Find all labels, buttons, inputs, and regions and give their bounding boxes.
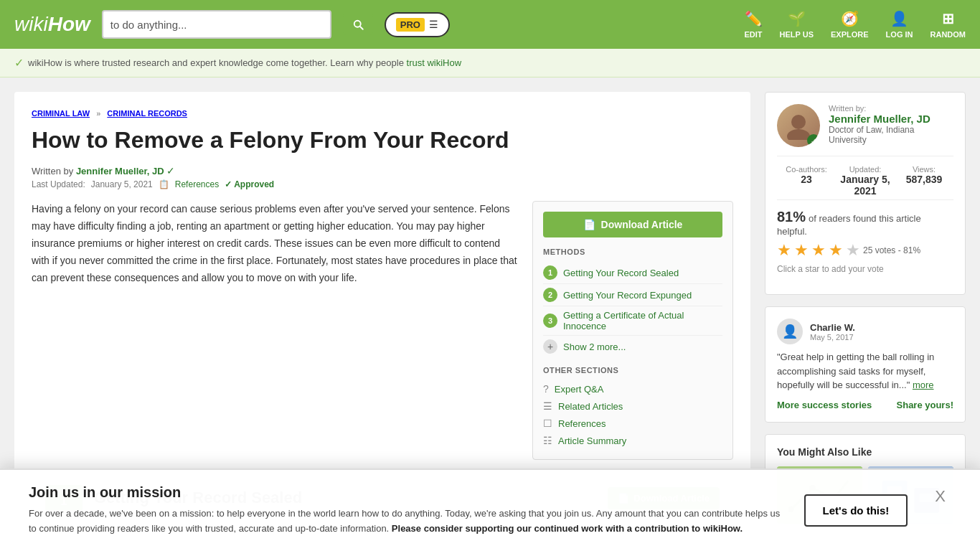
svg-point-0 [791,115,806,129]
nav-login-label: LOG IN [886,30,913,39]
sidebar-author-title: Doctor of Law, Indiana University [829,125,953,145]
stat-views: Views: 587,839 [895,165,953,197]
nav-edit[interactable]: ✏️ EDIT [744,10,762,39]
star-5[interactable]: ★ [846,241,860,260]
sidebar-author-name[interactable]: Jennifer Mueller, JD [829,113,953,125]
toc-item-3[interactable]: 3 Getting a Certificate of Actual Innoce… [543,306,722,336]
trust-link[interactable]: trust wikiHow [407,57,462,68]
toc-item-2[interactable]: 2 Getting Your Record Expunged [543,284,722,306]
breadcrumb-level1[interactable]: CRIMINAL LAW [32,109,90,118]
other-sections-label: OTHER SECTIONS [543,366,722,375]
stars-row: ★ ★ ★ ★ ★ 25 votes - 81% [777,241,953,260]
breadcrumb: CRIMINAL LAW » CRIMINAL RECORDS [32,109,733,118]
toc-num-2: 2 [543,288,557,302]
author-header: ✓ Written by: Jennifer Mueller, JD Docto… [777,104,953,147]
references-link[interactable]: References [175,179,219,189]
logo[interactable]: wikiHow [14,13,90,36]
nav-help-label: HELP US [780,30,814,39]
toc-box: 📄 Download Article METHODS 1 Getting You… [532,201,733,460]
rating-section: 81% of readers found this article helpfu… [777,199,953,283]
star-4[interactable]: ★ [829,241,843,260]
calendar-icon: 📋 [159,179,169,189]
popup-cta-button[interactable]: Let's do this! [804,494,908,527]
star-3[interactable]: ★ [811,241,826,260]
other-item-summary[interactable]: ☷ Article Summary [543,432,722,449]
content-area: Having a felony on your record can cause… [32,201,733,460]
comment-avatar: 👤 [777,319,803,344]
top-nav: ✏️ EDIT 🌱 HELP US 🧭 EXPLORE 👤 LOG IN ⊞ R… [744,10,966,39]
random-icon: ⊞ [942,10,954,27]
toc-label-1: Getting Your Record Sealed [563,268,679,278]
toc-num-1: 1 [543,265,557,280]
toc-show-more[interactable]: + Show 2 more... [543,336,722,357]
toc-num-3: 3 [543,314,557,328]
donation-popup: Join us in our mission For over a decade… [0,468,980,551]
nav-help-us[interactable]: 🌱 HELP US [780,10,814,39]
comment-text: "Great help in getting the ball rolling … [777,350,953,392]
edit-icon: ✏️ [745,10,763,27]
author-name-link[interactable]: Jennifer Mueller, JD [76,166,164,176]
trust-bar: ✓ wikiHow is where trusted research and … [0,49,980,77]
stats-row: Co-authors: 23 Updated: January 5, 2021 … [777,156,953,197]
svg-point-1 [787,129,810,140]
nav-random[interactable]: ⊞ RANDOM [930,10,966,39]
help-icon: 🌱 [788,10,806,27]
add-vote-text: Click a star to add your vote [777,264,953,274]
author-card: ✓ Written by: Jennifer Mueller, JD Docto… [765,92,966,295]
comment-author-row: 👤 Charlie W. May 5, 2017 [777,319,953,344]
logo-how: How [48,13,90,36]
article-title: How to Remove a Felony From Your Record [32,126,733,154]
also-like-title: You Might Also Like [777,446,953,458]
author-info: Written by: Jennifer Mueller, JD Doctor … [829,104,953,145]
methods-label: METHODS [543,248,722,256]
last-updated-date: January 5, 2021 [91,179,153,189]
other-item-qa[interactable]: ? Expert Q&A [543,380,722,397]
more-stories-link[interactable]: More success stories [777,400,872,410]
comment-date: May 5, 2017 [810,333,855,342]
nav-random-label: RANDOM [930,30,966,39]
references-icon: ☐ [543,418,552,429]
author-avatar: ✓ [777,104,820,147]
popup-text: For over a decade, we've been on a missi… [29,507,783,537]
votes-text: 25 votes - 81% [863,245,920,255]
popup-content: Join us in our mission For over a decade… [29,484,783,537]
share-yours-link[interactable]: Share yours! [897,400,953,410]
search-input[interactable] [110,19,323,31]
nav-explore-label: EXPLORE [831,30,869,39]
nav-login[interactable]: 👤 LOG IN [886,10,913,39]
nav-explore[interactable]: 🧭 EXPLORE [831,10,869,39]
comment-actions: More success stories Share yours! [777,400,953,410]
popup-bold-text: Please consider supporting our continued… [392,523,743,534]
star-1[interactable]: ★ [777,241,791,260]
site-header: wikiHow PRO ☰ ✏️ EDIT 🌱 HELP US 🧭 EXPLOR… [0,0,980,49]
star-2[interactable]: ★ [794,241,809,260]
comment-more-link[interactable]: more [913,380,934,390]
search-bar [102,10,331,39]
login-icon: 👤 [890,10,908,27]
rating-summary: 81% of readers found this article helpfu… [777,209,953,237]
stat-coauthors: Co-authors: 23 [777,165,836,197]
other-item-related[interactable]: ☰ Related Articles [543,397,722,415]
pro-button[interactable]: PRO ☰ [385,12,450,37]
popup-close-button[interactable]: X [929,484,951,509]
article-intro: Having a felony on your record can cause… [32,201,518,460]
toc-label-2: Getting Your Record Expunged [563,290,692,301]
comment-author-info: Charlie W. May 5, 2017 [810,322,855,342]
comment-card: 👤 Charlie W. May 5, 2017 "Great help in … [765,306,966,423]
trust-text: wikiHow is where trusted research and ex… [28,57,461,68]
author-verified-icon: ✓ [807,134,820,147]
pro-label: PRO [396,18,425,32]
logo-wiki: wiki [14,13,48,36]
meta-dates: Last Updated: January 5, 2021 📋 Referenc… [32,179,733,189]
toc-item-1[interactable]: 1 Getting Your Record Sealed [543,262,722,284]
breadcrumb-level2[interactable]: CRIMINAL RECORDS [107,109,187,118]
menu-icon: ☰ [429,19,438,30]
nav-edit-label: EDIT [744,30,762,39]
check-icon: ✓ [14,56,24,70]
other-item-references[interactable]: ☐ References [543,415,722,432]
related-icon: ☰ [543,400,552,412]
written-by: Written by Jennifer Mueller, JD ✓ [32,165,175,176]
search-button[interactable] [343,14,373,35]
pdf-icon: 📄 [583,219,595,230]
toc-download-button[interactable]: 📄 Download Article [543,212,722,237]
